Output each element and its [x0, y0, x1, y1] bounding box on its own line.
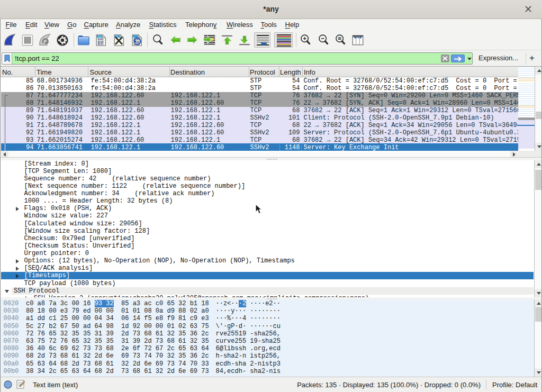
- svg-text:0111: 0111: [98, 43, 104, 45]
